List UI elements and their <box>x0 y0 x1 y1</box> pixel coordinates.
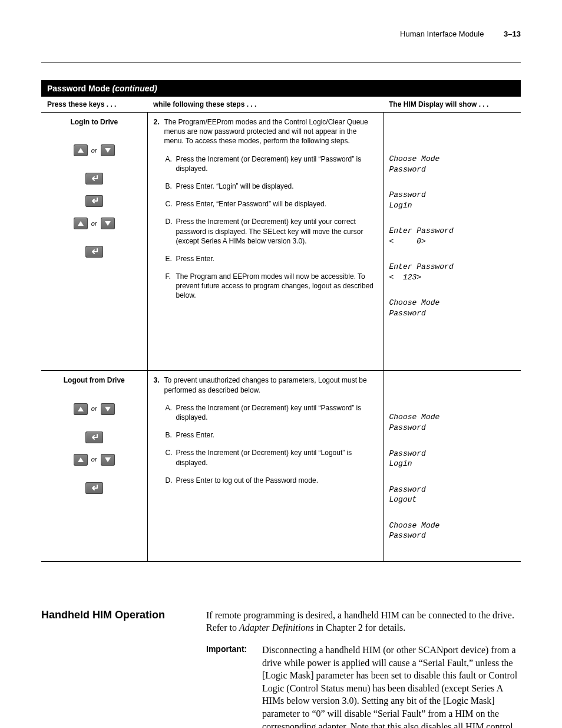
or-text: or <box>91 404 97 413</box>
him-line2: Password <box>389 308 515 319</box>
step-intro: The Program/EEProm modes and the Control… <box>164 117 375 146</box>
substep-label: B. <box>166 430 176 440</box>
decrement-key-icon <box>101 144 115 156</box>
him-line1: Choose Mode <box>389 412 515 423</box>
substep-text: Press the Increment (or Decrement) key u… <box>176 403 375 422</box>
him-line2: Password <box>389 423 515 433</box>
important-note: Important: Disconnecting a handheld HIM … <box>206 644 521 728</box>
password-mode-table: Password Mode (continued) Press these ke… <box>41 80 521 562</box>
substep: E.Press Enter. <box>166 254 377 263</box>
substep-text: Press the Increment (or Decrement) key u… <box>176 448 375 467</box>
him-line1: Password <box>389 485 515 495</box>
row-heading: Login to Drive <box>47 117 141 127</box>
substep: B.Press Enter. <box>166 430 377 440</box>
svg-marker-1 <box>105 148 111 153</box>
him-line1: Enter Password <box>389 262 515 272</box>
him-display: Enter Password< 0> <box>389 226 515 246</box>
increment-key-icon <box>74 144 88 156</box>
svg-marker-3 <box>105 221 111 226</box>
enter-key-icon <box>85 173 103 185</box>
increment-decrement-keys: or <box>47 454 141 466</box>
increment-key-icon <box>74 218 88 229</box>
decrement-key-icon <box>101 454 115 466</box>
substep-text: Press Enter. “Login” will be displayed. <box>176 182 375 191</box>
him-line2: < 0> <box>389 236 515 247</box>
him-line1: Password <box>389 190 515 200</box>
increment-decrement-keys: or <box>47 144 141 156</box>
header-rule <box>41 62 521 62</box>
substep-text: Press Enter to log out of the Password m… <box>176 476 375 485</box>
table-title: Password Mode <box>47 84 110 93</box>
him-display: Choose ModePassword <box>389 154 515 174</box>
him-display: PasswordLogout <box>389 485 515 505</box>
or-text: or <box>91 146 97 155</box>
him-line2: < 123> <box>389 272 515 283</box>
svg-marker-7 <box>105 457 111 462</box>
svg-marker-4 <box>78 407 84 411</box>
substep-label: D. <box>166 217 176 226</box>
page-header: Human Interface Module 3–13 <box>41 29 521 38</box>
him-display: Choose ModePassword <box>389 298 515 318</box>
substep-text: Press the Increment (or Decrement) key u… <box>176 217 375 246</box>
col-header-display: The HIM Display will show . . . <box>383 97 521 113</box>
page-number: 3–13 <box>504 29 521 38</box>
enter-key <box>47 173 141 185</box>
enter-key <box>47 195 141 207</box>
substep-label: B. <box>166 182 176 191</box>
him-line1: Choose Mode <box>389 154 515 164</box>
increment-decrement-keys: or <box>47 403 141 415</box>
substep: C.Press Enter, “Enter Password” will be … <box>166 199 377 209</box>
substep-text: Press Enter. <box>176 430 375 440</box>
substep-label: A. <box>166 403 176 413</box>
him-display: PasswordLogin <box>389 449 515 469</box>
svg-marker-0 <box>78 148 84 153</box>
enter-key-icon <box>85 195 103 207</box>
col-header-keys: Press these keys . . . <box>41 97 147 113</box>
or-text: or <box>91 455 97 464</box>
col-header-steps: while following these steps . . . <box>147 97 383 113</box>
him-line1: Enter Password <box>389 226 515 236</box>
section-heading: Handheld HIM Operation <box>41 609 206 621</box>
decrement-key-icon <box>101 218 115 229</box>
enter-key-icon <box>85 431 103 443</box>
step-number: 3. <box>154 375 164 385</box>
increment-key-icon <box>74 454 88 466</box>
substep-label: D. <box>166 476 176 485</box>
substep-label: C. <box>166 199 176 209</box>
enter-key <box>47 246 141 258</box>
him-display: Choose ModePassword <box>389 521 515 541</box>
him-line1: Choose Mode <box>389 298 515 308</box>
handheld-section: Handheld HIM Operation If remote program… <box>41 609 521 728</box>
him-line2: Logout <box>389 495 515 505</box>
decrement-key-icon <box>101 403 115 415</box>
substep: A.Press the Increment (or Decrement) key… <box>166 154 377 173</box>
him-display: Enter Password< 123> <box>389 262 515 282</box>
substep-text: Press Enter. <box>176 254 375 263</box>
table-header-row: Press these keys . . . while following t… <box>41 97 521 113</box>
substep: C.Press the Increment (or Decrement) key… <box>166 448 377 467</box>
him-line2: Password <box>389 164 515 175</box>
him-display: Choose ModePassword <box>389 412 515 433</box>
him-display: PasswordLogin <box>389 190 515 210</box>
substep-label: A. <box>166 154 176 164</box>
him-line2: Login <box>389 459 515 469</box>
substep: B.Press Enter. “Login” will be displayed… <box>166 182 377 191</box>
table-title-row: Password Mode (continued) <box>41 80 521 97</box>
increment-key-icon <box>74 403 88 415</box>
svg-marker-2 <box>78 221 84 226</box>
substep-label: E. <box>166 254 176 263</box>
enter-key <box>47 482 141 494</box>
table-title-suffix: (continued) <box>112 84 157 93</box>
step-intro: To prevent unauthorized changes to param… <box>164 375 375 394</box>
him-line2: Password <box>389 531 515 541</box>
svg-marker-5 <box>105 407 111 411</box>
substep: F.The Program and EEProm modes will now … <box>166 272 377 301</box>
or-text: or <box>91 219 97 228</box>
row-heading: Logout from Drive <box>47 375 141 385</box>
step-number: 2. <box>154 117 164 127</box>
header-title: Human Interface Module <box>400 29 484 38</box>
substep-text: The Program and EEProm modes will now be… <box>176 272 375 301</box>
substep: D.Press the Increment (or Decrement) key… <box>166 217 377 246</box>
substep-label: C. <box>166 448 176 457</box>
svg-marker-6 <box>78 457 84 462</box>
